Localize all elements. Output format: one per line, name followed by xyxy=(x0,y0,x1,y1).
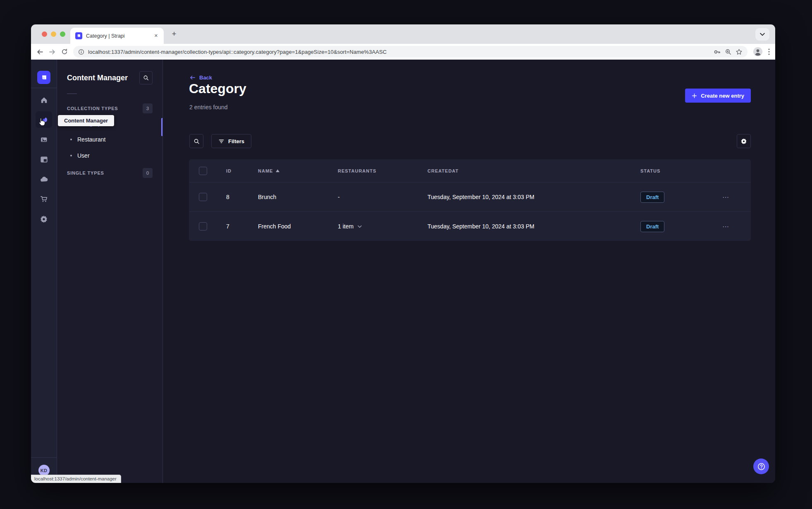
subnav-item-user[interactable]: User xyxy=(67,147,153,163)
tab-close-icon[interactable]: ✕ xyxy=(153,32,160,39)
reload-icon[interactable] xyxy=(61,48,68,55)
table-row[interactable]: 7 French Food 1 item Tuesday, September … xyxy=(189,211,751,241)
password-key-icon[interactable] xyxy=(713,48,721,56)
url-text: localhost:1337/admin/content-manager/col… xyxy=(88,49,709,55)
sort-asc-icon xyxy=(276,169,279,172)
status-badge: Draft xyxy=(640,192,664,203)
header-name[interactable]: NAME xyxy=(258,168,338,173)
entries-table: ID NAME RESTAURANTS CREATEDAT STATUS 8 B… xyxy=(189,159,751,241)
minimize-window-button[interactable] xyxy=(51,31,56,37)
site-info-icon[interactable] xyxy=(78,49,84,55)
view-settings-gear-button[interactable] xyxy=(737,134,751,148)
cell-name: Brunch xyxy=(258,194,338,200)
subnav-item-restaurant[interactable]: Restaurant xyxy=(67,131,153,147)
browser-profile-icon[interactable] xyxy=(753,47,763,57)
media-library-icon[interactable] xyxy=(36,131,52,148)
bullet-icon xyxy=(70,155,72,156)
new-tab-button[interactable]: + xyxy=(169,29,179,39)
cell-id: 8 xyxy=(226,194,258,200)
cell-id: 7 xyxy=(226,223,258,230)
page-title: Category xyxy=(189,81,246,96)
back-arrow-icon xyxy=(189,74,196,81)
strapi-logo[interactable] xyxy=(37,71,50,84)
collection-types-count: 3 xyxy=(143,103,153,113)
tab-title: Category | Strapi xyxy=(86,33,149,39)
row-checkbox[interactable] xyxy=(199,222,207,230)
filters-button[interactable]: Filters xyxy=(211,134,251,148)
bullet-icon xyxy=(70,139,72,140)
marketplace-icon[interactable] xyxy=(36,191,52,207)
main-content: Back Category 2 entries found Create new… xyxy=(163,60,775,483)
table-search-button[interactable] xyxy=(189,134,203,148)
active-item-indicator xyxy=(161,118,162,136)
row-actions-menu-icon[interactable]: ⋯ xyxy=(722,223,730,230)
tab-search-button[interactable] xyxy=(755,28,769,41)
filter-icon xyxy=(218,138,224,144)
collection-types-label: COLLECTION TYPES xyxy=(67,106,118,111)
single-types-count: 0 xyxy=(143,168,153,178)
cell-createdat: Tuesday, September 10, 2024 at 3:03 PM xyxy=(427,223,640,230)
settings-icon[interactable] xyxy=(36,211,52,227)
window-controls xyxy=(42,31,65,37)
subnav-title: Content Manager xyxy=(67,74,128,82)
strapi-admin: KD Content Manager COLLECTION TYPES 3 Ca… xyxy=(31,60,775,483)
subnav-divider xyxy=(67,94,77,94)
header-id[interactable]: ID xyxy=(226,168,258,173)
row-actions-menu-icon[interactable]: ⋯ xyxy=(722,193,730,201)
cloud-icon[interactable] xyxy=(36,171,52,187)
header-restaurants[interactable]: RESTAURANTS xyxy=(338,168,427,173)
url-bar: localhost:1337/admin/content-manager/col… xyxy=(31,44,775,60)
select-all-checkbox[interactable] xyxy=(199,167,207,175)
zoom-icon[interactable] xyxy=(725,48,732,55)
back-link[interactable]: Back xyxy=(189,74,212,81)
maximize-window-button[interactable] xyxy=(60,31,65,37)
content-manager-tooltip: Content Manager xyxy=(58,115,114,126)
question-mark-icon xyxy=(757,462,766,471)
cell-createdat: Tuesday, September 10, 2024 at 3:03 PM xyxy=(427,194,640,200)
header-status[interactable]: STATUS xyxy=(640,168,722,173)
address-bar[interactable]: localhost:1337/admin/content-manager/col… xyxy=(73,46,748,58)
single-types-label: SINGLE TYPES xyxy=(67,170,104,175)
home-icon[interactable] xyxy=(36,91,52,108)
row-checkbox[interactable] xyxy=(199,193,207,201)
plus-icon xyxy=(692,93,697,98)
status-badge: Draft xyxy=(640,221,664,232)
create-new-entry-button[interactable]: Create new entry xyxy=(685,89,751,103)
subnav-search-button[interactable] xyxy=(139,71,153,84)
header-createdat[interactable]: CREATEDAT xyxy=(427,168,640,173)
browser-tab[interactable]: Category | Strapi ✕ xyxy=(70,28,164,44)
table-row[interactable]: 8 Brunch - Tuesday, September 10, 2024 a… xyxy=(189,182,751,211)
entries-count: 2 entries found xyxy=(189,104,228,110)
chevron-down-icon xyxy=(358,225,362,228)
content-type-builder-icon[interactable] xyxy=(36,151,52,168)
link-preview-status-bar: localhost:1337/admin/content-manager xyxy=(31,475,121,483)
browser-menu-icon[interactable] xyxy=(768,48,770,55)
browser-window: Category | Strapi ✕ + localhost:1337/adm… xyxy=(31,24,775,483)
table-header-row: ID NAME RESTAURANTS CREATEDAT STATUS xyxy=(189,159,751,182)
hand-cursor xyxy=(37,117,47,127)
cell-name: French Food xyxy=(258,223,338,230)
cell-restaurants[interactable]: 1 item xyxy=(338,223,427,230)
back-nav-icon[interactable] xyxy=(36,48,43,55)
tab-strip: Category | Strapi ✕ + xyxy=(31,24,775,44)
strapi-favicon xyxy=(75,32,82,39)
close-window-button[interactable] xyxy=(42,31,47,37)
forward-nav-icon[interactable] xyxy=(49,48,56,55)
user-avatar[interactable]: KD xyxy=(38,465,50,476)
help-button[interactable] xyxy=(753,459,769,474)
cell-restaurants: - xyxy=(338,194,427,200)
bookmark-star-icon[interactable] xyxy=(736,48,743,55)
rail-divider xyxy=(31,88,57,88)
